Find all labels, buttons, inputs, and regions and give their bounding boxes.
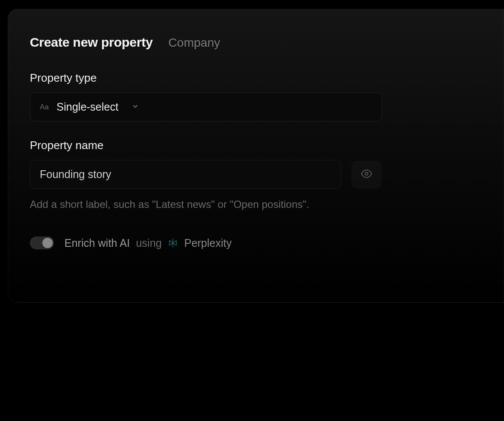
modal-title: Create new property bbox=[30, 35, 153, 50]
property-name-label: Property name bbox=[30, 139, 482, 152]
create-property-modal: Create new property Company Property typ… bbox=[8, 9, 504, 303]
modal-header: Create new property Company bbox=[30, 35, 482, 50]
visibility-toggle-button[interactable] bbox=[351, 161, 382, 188]
property-type-select[interactable]: Aa Single-select bbox=[30, 92, 382, 121]
enrich-using-text: using bbox=[136, 237, 162, 249]
chevron-down-icon bbox=[131, 102, 139, 112]
svg-point-0 bbox=[365, 172, 368, 175]
toggle-knob bbox=[42, 238, 53, 248]
enrich-provider-name: Perplexity bbox=[184, 237, 232, 249]
eye-icon bbox=[361, 168, 372, 181]
text-type-icon: Aa bbox=[40, 103, 49, 112]
enrich-ai-toggle[interactable] bbox=[30, 236, 54, 249]
property-name-row bbox=[30, 160, 482, 189]
property-name-input[interactable] bbox=[30, 160, 341, 189]
perplexity-icon bbox=[168, 238, 178, 248]
property-name-helper: Add a short label, such as "Latest news"… bbox=[30, 198, 482, 210]
modal-context: Company bbox=[168, 36, 220, 50]
enrich-ai-row: Enrich with AI using Perplexity bbox=[30, 236, 482, 249]
property-type-label: Property type bbox=[30, 71, 482, 85]
enrich-ai-label: Enrich with AI bbox=[64, 237, 130, 249]
property-type-value: Single-select bbox=[57, 101, 118, 113]
